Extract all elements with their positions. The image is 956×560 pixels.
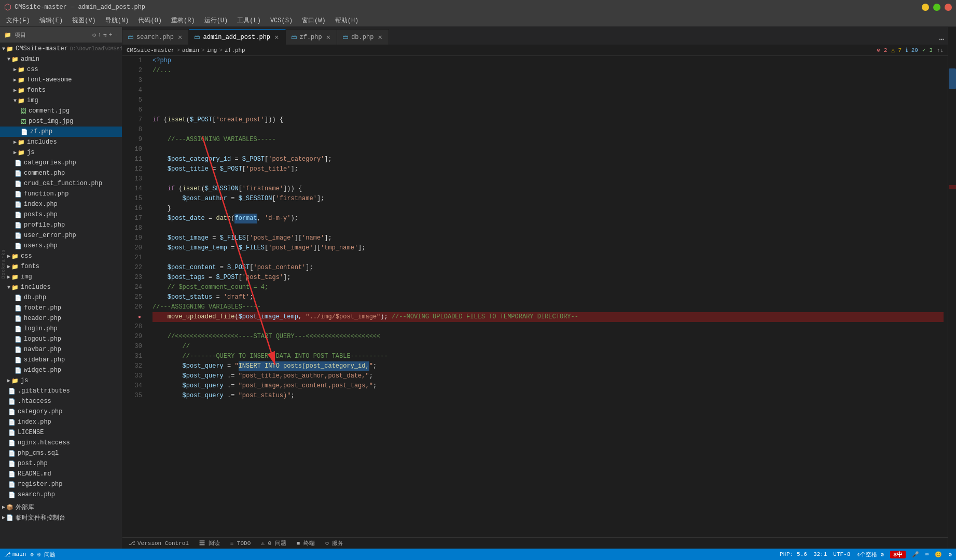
sidebar-item-admin[interactable]: ▼ 📁 admin [0,54,122,64]
status-branch[interactable]: ⎇ main [4,551,26,558]
sidebar-item-fonts-admin[interactable]: ▶ 📁 fonts [0,85,122,95]
tab-more-button[interactable]: ⋯ [935,34,948,45]
terminal-tab[interactable]: ■ 终端 [295,539,317,547]
sidebar-add-icon[interactable]: + [109,32,113,38]
tab-zf[interactable]: 🗃 zf.php ✕ [286,29,338,45]
menu-code[interactable]: 代码(O) [134,15,166,26]
error-indicator[interactable]: ⊗ 2 [877,47,888,53]
sidebar-root-item[interactable]: ▼ 📁 CMSsite-master D:\Download\CMSsite-.… [0,44,122,54]
status-line-col[interactable]: 32:1 [813,551,827,557]
sidebar-item-users-php[interactable]: 📄 users.php [0,241,122,251]
sidebar-item-user-error-php[interactable]: 📄 user_error.php [0,230,122,241]
menu-refactor[interactable]: 重构(R) [167,15,199,26]
sidebar-item-posts-php[interactable]: 📄 posts.php [0,209,122,220]
tab-db-close[interactable]: ✕ [377,33,383,41]
menu-view[interactable]: 视图(V) [68,15,100,26]
close-button[interactable]: ✕ [945,4,952,11]
read-tab[interactable]: ☰ 阅读 [197,539,222,547]
code-content[interactable]: <?php //... if (isset($_POST['create_pos… [148,56,948,537]
sidebar-item-js-admin[interactable]: ▶ 📁 js [0,147,122,158]
status-errors[interactable]: ⊗ 0 问题 [30,551,55,558]
tab-search[interactable]: 🗃 search.php ✕ [122,29,189,45]
sidebar-item-widget-php[interactable]: 📄 widget.php [0,365,122,375]
menu-vcs[interactable]: VCS(S) [266,16,297,25]
status-encoding[interactable]: UTF-8 [833,551,850,557]
sidebar-item-navbar-php[interactable]: 📄 navbar.php [0,344,122,355]
breadcrumb-admin[interactable]: admin [182,47,199,53]
sidebar-item-nginx-htaccess[interactable]: 📄 nginx.htaccess [0,438,122,448]
breadcrumb-img[interactable]: img [207,47,217,53]
status-spaces[interactable]: 4个空格 ⚙ [856,551,884,558]
menu-file[interactable]: 文件(F) [2,15,34,26]
sidebar-item-scratches[interactable]: ▶ 📄 临时文件和控制台 [0,512,122,523]
sidebar-item-gitattributes[interactable]: 📄 .gitattributes [0,386,122,396]
sidebar-item-sidebar-php[interactable]: 📄 sidebar.php [0,355,122,365]
sidebar-sync-icon[interactable]: ⇆ [103,32,107,38]
status-keyboard[interactable]: ⌨ [925,551,929,558]
sidebar-item-comment-php[interactable]: 📄 comment.php [0,168,122,178]
sidebar-item-readme[interactable]: 📄 README.md [0,469,122,479]
sidebar-item-js-root[interactable]: ▶ 📁 js [0,375,122,386]
sidebar-item-phpcms-sql[interactable]: 📄 php_cms.sql [0,448,122,458]
minimize-button[interactable]: — [922,4,929,11]
sidebar-settings-icon[interactable]: ⚙ [92,32,96,38]
sidebar-item-db-php[interactable]: 📄 db.php [0,292,122,303]
tab-db[interactable]: 🗃 db.php ✕ [337,29,389,45]
breadcrumb-file[interactable]: zf.php [225,47,245,53]
sidebar-item-includes-root[interactable]: ▼ 📁 includes [0,282,122,292]
breadcrumb-root[interactable]: CMSsite-master [127,47,174,53]
sidebar-item-fonts-root[interactable]: ▶ 📁 fonts [0,261,122,272]
tab-admin-close[interactable]: ✕ [273,33,280,41]
sidebar-item-css-root[interactable]: ▶ 📁 css [0,251,122,261]
sidebar-item-profile-php[interactable]: 📄 profile.php [0,220,122,230]
version-control-tab[interactable]: ⎇ Version Control [127,540,191,547]
menu-window[interactable]: 窗口(W) [298,15,330,26]
service-tab[interactable]: ⚙ 服务 [323,539,345,547]
sidebar-item-includes-admin[interactable]: ▶ 📁 includes [0,137,122,147]
menu-run[interactable]: 运行(U) [200,15,232,26]
sidebar-item-htaccess[interactable]: 📄 .htaccess [0,396,122,407]
sidebar-item-fontawesome[interactable]: ▶ 📁 font-awesome [0,75,122,85]
problem-tab[interactable]: ⚠ 0 问题 [259,539,288,547]
tab-search-close[interactable]: ✕ [177,33,183,41]
todo-tab[interactable]: ≡ TODO [228,540,253,547]
menu-help[interactable]: 帮助(H) [331,15,363,26]
tab-zf-close[interactable]: ✕ [325,33,331,41]
check-indicator[interactable]: ✓ 3 [922,47,933,53]
status-php[interactable]: PHP: 5.6 [780,551,807,557]
sidebar-expand-icon[interactable]: ↕ [98,32,102,38]
tab-admin-add-post[interactable]: 🗃 admin_add_post.php ✕ [189,29,285,45]
status-emoji[interactable]: 😊 [935,551,942,558]
sidebar-item-img-admin[interactable]: ▼ 📁 img [0,95,122,106]
sidebar-item-register-php[interactable]: 📄 register.php [0,479,122,489]
sidebar-item-license[interactable]: 📄 LICENSE [0,427,122,438]
sidebar-item-logout-php[interactable]: 📄 logout.php [0,334,122,344]
sidebar-item-comment-jpg[interactable]: 🖼 comment.jpg [0,106,122,116]
warning-indicator[interactable]: △ 7 [891,47,902,53]
sidebar-item-img-root[interactable]: ▶ 📁 img [0,272,122,282]
menu-edit[interactable]: 编辑(E) [35,15,67,26]
status-settings2[interactable]: ⚙ [948,551,952,558]
nav-arrows[interactable]: ↑↓ [937,47,944,53]
sidebar-item-category-php[interactable]: 📄 category.php [0,407,122,417]
sidebar-minus-icon[interactable]: - [114,32,118,38]
sidebar-item-function-php[interactable]: 📄 function.php [0,189,122,199]
status-mic[interactable]: 🎤 [912,551,919,558]
sidebar-item-css-admin[interactable]: ▶ 📁 css [0,64,122,75]
scroll-thumb[interactable] [949,68,956,89]
sidebar-item-zf-php[interactable]: 📄 zf.php [0,127,122,137]
menu-nav[interactable]: 导航(N) [101,15,133,26]
sidebar-item-index-php-root[interactable]: 📄 index.php [0,417,122,427]
sidebar-item-search-php[interactable]: 📄 search.php [0,489,122,500]
sidebar-item-postimg-jpg[interactable]: 🖼 post_img.jpg [0,116,122,127]
info-indicator[interactable]: ℹ 20 [906,47,918,53]
sidebar-item-post-php[interactable]: 📄 post.php [0,458,122,469]
sidebar-item-login-php[interactable]: 📄 login.php [0,324,122,334]
status-ime[interactable]: S中 [890,551,906,558]
menu-tools[interactable]: 工具(L) [233,15,265,26]
sidebar-item-index-php-admin[interactable]: 📄 index.php [0,199,122,209]
maximize-button[interactable]: □ [933,4,940,11]
sidebar-item-header-php[interactable]: 📄 header.php [0,313,122,324]
sidebar-item-external[interactable]: ▶ 📦 外部库 [0,502,122,512]
sidebar-item-categories-php[interactable]: 📄 categories.php [0,158,122,168]
